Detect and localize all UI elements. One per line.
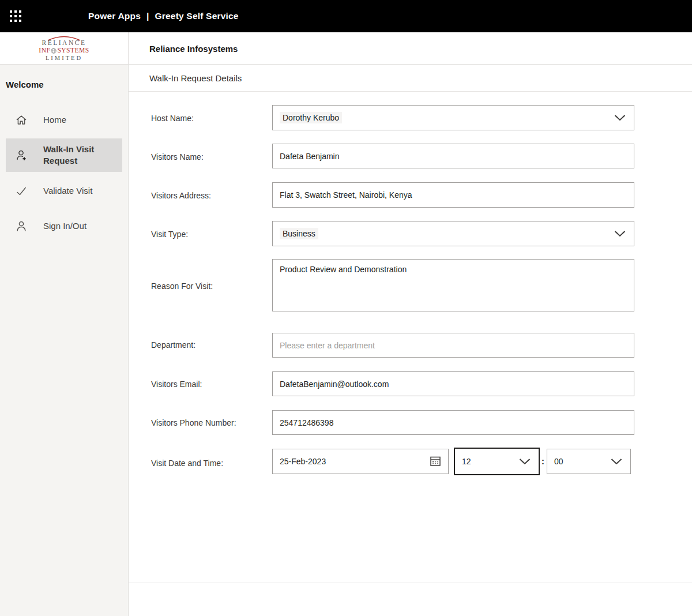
visitors-phone-value: 254712486398 (280, 418, 333, 427)
visitors-name-input[interactable]: Dafeta Benjamin (272, 144, 634, 168)
visit-minute-value: 00 (554, 457, 563, 466)
logo-line2: INF SYSTEMS (39, 47, 89, 54)
department-label: Department: (151, 340, 266, 350)
visit-date-picker[interactable]: 25-Feb-2023 (272, 449, 449, 474)
person-icon (14, 219, 28, 233)
visit-minute-dropdown[interactable]: 00 (547, 449, 631, 474)
visitors-name-label: Visitors Name: (151, 152, 266, 161)
chevron-down-icon (614, 115, 626, 121)
chevron-down-icon (614, 231, 626, 237)
footer-divider (129, 583, 692, 583)
chevron-down-icon (611, 459, 622, 465)
reason-for-visit-value: Product Review and Demonstration (280, 265, 407, 274)
visit-date-value: 25-Feb-2023 (280, 457, 326, 466)
reason-for-visit-label: Reason For Visit: (151, 281, 266, 291)
sidebar-item-label: Validate Visit (43, 185, 122, 197)
visit-datetime-label: Visit Date and Time: (151, 459, 266, 468)
visitors-address-input[interactable]: Flat 3, Swatch Street, Nairobi, Kenya (272, 182, 634, 208)
department-placeholder: Please enter a department (280, 341, 375, 350)
topbar-title-separator: | (146, 11, 149, 21)
logo-line1: RELIANCE (39, 40, 89, 47)
home-icon (14, 113, 28, 127)
topbar: Power Apps | Greety Self Service (0, 0, 692, 32)
visit-type-value: Business (280, 228, 318, 239)
logo-line3: LIMITED (39, 55, 89, 62)
visitors-email-input[interactable]: DafetaBenjamin@outlook.com (272, 371, 634, 396)
visit-type-dropdown[interactable]: Business (272, 221, 634, 246)
visit-type-label: Visit Type: (151, 230, 266, 239)
visit-hour-dropdown[interactable]: 12 (454, 448, 540, 475)
logo-line2-suffix: SYSTEMS (57, 47, 89, 54)
sidebar-item-walk-in-visit-request[interactable]: Walk-In Visit Request (6, 138, 122, 172)
visitors-address-label: Visitors Address: (151, 191, 266, 200)
visitors-address-value: Flat 3, Swatch Street, Nairobi, Kenya (280, 190, 412, 200)
logo-band: RELIANCE INF SYSTEMS LIMITED (0, 32, 128, 64)
waffle-icon[interactable] (10, 10, 21, 22)
visitors-name-value: Dafeta Benjamin (280, 152, 340, 161)
host-name-dropdown[interactable]: Dorothy Kerubo (272, 105, 634, 130)
globe-icon (51, 48, 57, 54)
reason-for-visit-textarea[interactable]: Product Review and Demonstration (272, 259, 634, 311)
visit-hour-value: 12 (462, 457, 471, 466)
visitors-email-value: DafetaBenjamin@outlook.com (280, 380, 389, 389)
sidebar-item-label: Home (43, 114, 122, 126)
visitors-phone-input[interactable]: 254712486398 (272, 410, 634, 435)
time-separator: : (541, 456, 544, 466)
check-icon (14, 184, 28, 198)
host-name-label: Host Name: (151, 114, 266, 123)
sidebar-item-label: Walk-In Visit Request (43, 144, 122, 167)
sidebar-item-label: Sign In/Out (43, 220, 122, 232)
sidebar-item-validate-visit[interactable]: Validate Visit (6, 181, 122, 201)
calendar-icon[interactable] (429, 455, 442, 468)
visitors-email-label: Visitors Email: (151, 380, 266, 389)
chevron-down-icon (519, 459, 531, 465)
section-title: Walk-In Request Details (149, 73, 242, 83)
logo-line2-prefix: INF (39, 47, 50, 54)
sidebar: Welcome Home Walk-In Visit Request (0, 65, 128, 616)
welcome-label: Welcome (6, 80, 44, 89)
app-window: Power Apps | Greety Self Service RELIANC… (0, 0, 692, 616)
sidebar-divider (128, 32, 129, 616)
person-add-icon (14, 148, 28, 162)
app-title: Reliance Infosystems (149, 44, 238, 54)
host-name-value: Dorothy Kerubo (280, 112, 342, 123)
sidebar-item-home[interactable]: Home (6, 110, 122, 130)
section-divider (129, 91, 692, 92)
company-logo: RELIANCE INF SYSTEMS LIMITED (39, 35, 89, 62)
topbar-title-right: Greety Self Service (155, 11, 239, 21)
topbar-title-left: Power Apps (88, 11, 141, 21)
sidebar-item-sign-in-out[interactable]: Sign In/Out (6, 216, 122, 236)
visitors-phone-label: Visitors Phone Number: (151, 418, 266, 427)
department-input[interactable]: Please enter a department (272, 333, 634, 358)
topbar-title: Power Apps | Greety Self Service (88, 0, 239, 32)
